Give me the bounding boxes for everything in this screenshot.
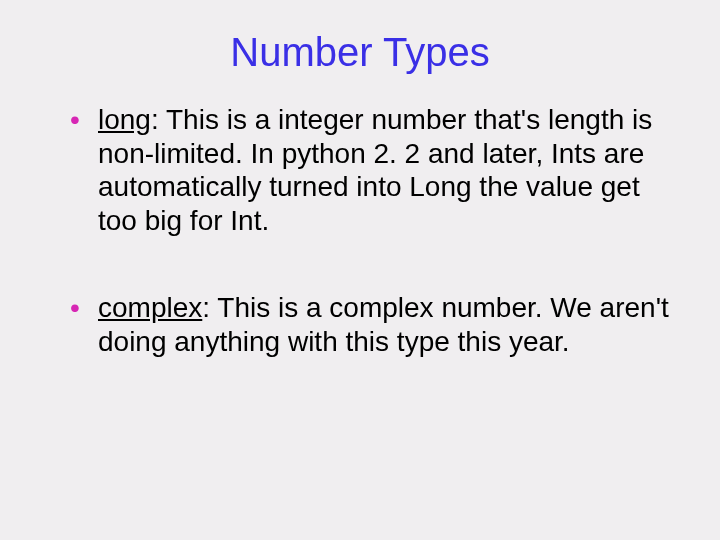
list-item: complex: This is a complex number. We ar… — [70, 291, 670, 358]
list-item: long: This is a integer number that's le… — [70, 103, 670, 237]
bullet-term: complex — [98, 292, 202, 323]
bullet-term: long — [98, 104, 151, 135]
bullet-desc: : This is a integer number that's length… — [98, 104, 652, 236]
slide: Number Types long: This is a integer num… — [0, 0, 720, 540]
slide-title: Number Types — [40, 30, 680, 75]
bullet-list: long: This is a integer number that's le… — [40, 103, 680, 359]
